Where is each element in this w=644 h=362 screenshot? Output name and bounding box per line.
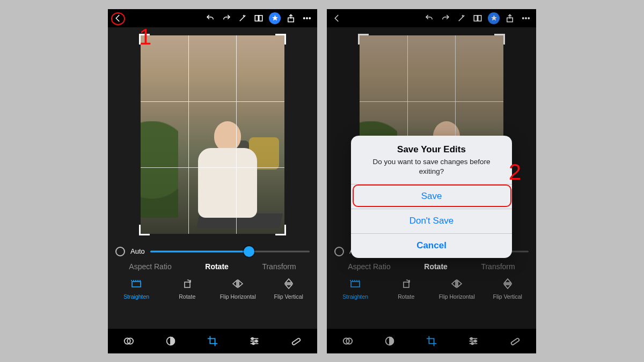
svg-marker-10 [239,280,243,287]
svg-marker-11 [286,279,292,283]
tool-flip-v[interactable]: Flip Vertical [264,277,314,300]
svg-point-5 [306,17,308,18]
export-icon[interactable] [285,12,297,24]
tool-straighten-label: Straighten [123,293,149,300]
svg-rect-7 [132,282,141,287]
svg-marker-12 [286,285,292,289]
annotation-number-2: 2 [509,159,521,185]
alert-dont-save-button[interactable]: Don't Save [351,209,512,233]
tool-rotate-label: Rotate [179,293,195,300]
crop-handle-br[interactable] [275,225,286,235]
svg-rect-1 [259,15,262,21]
scene-plant [141,121,178,218]
crop-frame[interactable] [141,35,284,234]
svg-rect-19 [292,337,301,345]
bottom-adjust-icon[interactable] [247,334,262,349]
star-icon[interactable] [269,12,281,24]
annotation-circle-back [111,12,125,25]
compare-icon[interactable] [253,12,265,24]
rotate-tools: Straighten Rotate Flip Horizontal Flip V… [108,273,317,303]
phone-screenshot-2: Auto Aspect Ratio Rotate Transform Strai… [327,9,536,353]
svg-rect-8 [185,282,190,287]
auto-label: Auto [130,247,145,255]
alert-cancel-button[interactable]: Cancel [351,233,512,258]
crop-handle-tr[interactable] [275,34,286,45]
more-icon[interactable] [301,12,313,24]
alert-title: Save Your Edits [360,144,503,155]
straighten-slider[interactable] [150,246,310,257]
bottom-contrast-icon[interactable] [163,334,178,349]
geometry-tabs: Aspect Ratio Rotate Transform [108,259,317,273]
annotation-rect-save [353,184,511,207]
bottom-looks-icon[interactable] [121,334,136,349]
svg-point-4 [304,17,305,18]
crop-handle-bl[interactable] [139,225,150,235]
tab-aspect-ratio[interactable]: Aspect Ratio [129,262,171,271]
scene-subject [195,121,260,228]
svg-point-6 [309,17,310,18]
svg-point-16 [252,337,254,339]
svg-point-17 [255,340,258,342]
slider-knob[interactable] [244,246,254,257]
auto-toggle-icon[interactable] [115,247,125,256]
tab-transform[interactable]: Transform [262,262,296,271]
undo-icon[interactable] [204,12,216,24]
alert-message: Do you want to save changes before exiti… [360,157,503,176]
svg-point-18 [252,342,254,344]
tool-rotate[interactable]: Rotate [162,277,213,300]
redo-icon[interactable] [221,12,232,24]
annotation-number-1: 1 [139,24,151,50]
bottom-heal-icon[interactable] [289,334,304,349]
svg-marker-2 [272,15,278,20]
tab-rotate[interactable]: Rotate [205,262,229,271]
tool-flip-v-label: Flip Vertical [274,293,303,300]
tool-flip-h[interactable]: Flip Horizontal [213,277,264,300]
magic-wand-icon[interactable] [237,12,248,24]
bottom-crop-icon[interactable] [205,334,220,349]
tool-flip-h-label: Flip Horizontal [220,293,256,300]
svg-marker-9 [233,280,237,287]
bottom-tab-bar [108,329,317,353]
phone-screenshot-1: Auto Aspect Ratio Rotate Transform Strai… [108,9,317,353]
straighten-slider-row: Auto [108,242,317,259]
crop-canvas[interactable] [108,27,317,242]
svg-rect-0 [255,15,258,21]
tool-straighten[interactable]: Straighten [111,277,162,300]
